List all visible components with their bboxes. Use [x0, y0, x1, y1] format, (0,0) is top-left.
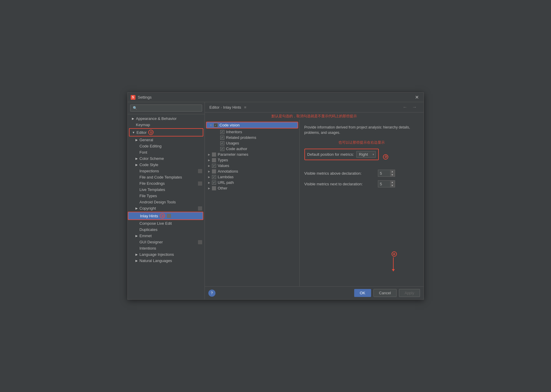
- sidebar-label: GUI Designer: [140, 240, 163, 244]
- inlay-item-label: Annotations: [218, 169, 238, 173]
- inlay-lambdas[interactable]: ▶ Lambdas: [205, 174, 299, 180]
- sidebar-label: File Encodings: [140, 181, 165, 186]
- sidebar-item-font[interactable]: ▶ Font: [128, 149, 205, 155]
- sidebar-item-natural-languages[interactable]: ▶ Natural Languages: [128, 258, 205, 264]
- inlay-item-label: Code author: [226, 147, 247, 151]
- checkbox-code-author[interactable]: [220, 147, 224, 151]
- sidebar-item-intentions[interactable]: ▶ Intentions: [128, 245, 205, 251]
- metrics-next-label: Visible metrics next to declaration:: [304, 182, 376, 186]
- circle-2: ②: [160, 213, 165, 219]
- circle-4: ④: [392, 251, 397, 257]
- inlay-annotations[interactable]: ▶ Annotations: [205, 168, 299, 174]
- sidebar-item-color-scheme[interactable]: ▶ Color Scheme: [128, 155, 205, 162]
- title-bar: S Settings ✕: [128, 93, 424, 102]
- sidebar-item-editor[interactable]: ▼ Editor ①: [129, 128, 203, 136]
- search-input[interactable]: [130, 105, 202, 112]
- sidebar-item-inspections[interactable]: ▶ Inspections: [128, 168, 205, 174]
- sidebar-label: Copyright: [140, 206, 156, 211]
- inlay-item-label: Values: [218, 163, 229, 168]
- checkbox-parameter-names[interactable]: [212, 152, 216, 157]
- sidebar-label: Keymap: [136, 123, 150, 127]
- inlay-values[interactable]: ▶ Values: [205, 163, 299, 168]
- sidebar-item-gui-designer[interactable]: ▶ GUI Designer: [128, 239, 205, 245]
- inlay-item-label: Types: [218, 158, 228, 162]
- spinner-down-2[interactable]: ▼: [390, 184, 395, 187]
- inlay-usages[interactable]: ▶ Usages: [205, 140, 299, 146]
- position-section: Default position for metrics: Right Left…: [304, 149, 419, 165]
- sidebar-item-android-design-tools[interactable]: ▶ Android Design Tools: [128, 199, 205, 205]
- expand-icon: ▶: [207, 181, 211, 185]
- sidebar-label: Compose Live Edit: [140, 221, 172, 226]
- sidebar-item-duplicates[interactable]: ▶ Duplicates: [128, 226, 205, 233]
- checkbox-usages[interactable]: [220, 141, 224, 145]
- checkbox-related-problems[interactable]: [220, 136, 224, 140]
- badge-icon: [198, 181, 202, 186]
- inlay-item-label: Parameter names: [218, 152, 248, 157]
- breadcrumb-current: Inlay Hints: [223, 105, 241, 110]
- inlay-item-label: Other: [218, 186, 228, 190]
- arrow-icon: ▶: [135, 207, 138, 210]
- position-label: Default position for metrics:: [307, 152, 354, 157]
- checkbox-types[interactable]: [212, 158, 216, 162]
- sidebar-item-inlay-hints[interactable]: ▶ Inlay Hints ②: [128, 212, 203, 220]
- help-button[interactable]: ?: [208, 290, 215, 297]
- inlay-other[interactable]: ▶ Other: [205, 185, 299, 191]
- cancel-button[interactable]: Cancel: [373, 289, 397, 297]
- close-button[interactable]: ✕: [413, 94, 421, 101]
- sidebar-item-keymap[interactable]: ▶ Keymap: [128, 122, 205, 128]
- window-title: Settings: [138, 95, 413, 99]
- back-button[interactable]: ←: [401, 104, 409, 110]
- badge-icon: [198, 206, 202, 211]
- inlay-types[interactable]: ▶ Types: [205, 157, 299, 163]
- sidebar-item-code-style[interactable]: ▶ Code Style: [128, 162, 205, 168]
- sidebar-item-copyright[interactable]: ▶ Copyright: [128, 205, 205, 211]
- inlay-related-problems[interactable]: ▶ Related problems: [205, 135, 299, 140]
- metrics-next-row: Visible metrics next to declaration: 5 ▲…: [304, 180, 419, 187]
- inlay-code-author[interactable]: ▶ Code author: [205, 146, 299, 152]
- sidebar-item-compose-live-edit[interactable]: ▶ Compose Live Edit: [128, 220, 205, 226]
- spinner-down[interactable]: ▼: [390, 173, 395, 176]
- ok-button[interactable]: OK: [354, 289, 371, 297]
- sidebar-label: Natural Languages: [140, 258, 172, 263]
- checkbox-code-vision[interactable]: [214, 123, 218, 127]
- forward-button[interactable]: →: [411, 104, 419, 110]
- circle-1: ①: [148, 130, 154, 135]
- metrics-next-spinner: 5 ▲ ▼: [378, 180, 395, 187]
- inlay-parameter-names[interactable]: ▶ Parameter names: [205, 152, 299, 157]
- sidebar-item-file-encodings[interactable]: ▶ File Encodings: [128, 180, 205, 187]
- spinner-up[interactable]: ▲: [390, 170, 395, 173]
- inlay-code-vision[interactable]: ▼ Code vision: [206, 122, 298, 128]
- checkbox-annotations[interactable]: [212, 169, 216, 173]
- spinner-up-2[interactable]: ▲: [390, 181, 395, 184]
- sidebar-label: Android Design Tools: [140, 200, 176, 204]
- inlay-inheritors[interactable]: ▶ Inheritors: [205, 129, 299, 135]
- metrics-above-input[interactable]: 5: [378, 170, 390, 176]
- sidebar-item-language-injections[interactable]: ▶ Language Injections: [128, 251, 205, 258]
- arrow-indicator: ④: [390, 251, 397, 271]
- metrics-above-row: Visible metrics above declaration: 5 ▲ ▼: [304, 170, 419, 177]
- badge-icon: [198, 169, 202, 173]
- apply-button[interactable]: Apply: [399, 289, 420, 297]
- checkbox-url-path[interactable]: [212, 181, 216, 185]
- sidebar-label: Language Injections: [140, 252, 174, 257]
- sidebar-tree: ▶ Appearance & Behavior ▶ Keymap ▼ Edito…: [128, 114, 205, 299]
- metrics-next-input[interactable]: 5: [378, 181, 390, 187]
- spinner-buttons: ▲ ▼: [390, 170, 395, 176]
- sidebar-item-emmet[interactable]: ▶ Emmet: [128, 233, 205, 239]
- checkbox-other[interactable]: [212, 186, 216, 190]
- checkbox-lambdas[interactable]: [212, 175, 216, 179]
- sidebar-label: Code Editing: [140, 144, 162, 148]
- sidebar-item-code-editing[interactable]: ▶ Code Editing: [128, 143, 205, 149]
- inlay-url-path[interactable]: ▶ URL path: [205, 180, 299, 185]
- main-layout: ▶ Appearance & Behavior ▶ Keymap ▼ Edito…: [128, 102, 424, 299]
- position-dropdown[interactable]: Right Left Inline: [356, 151, 376, 158]
- sidebar-item-file-types[interactable]: ▶ File Types: [128, 193, 205, 199]
- checkbox-inheritors[interactable]: [220, 130, 224, 134]
- breadcrumb: Editor › Inlay Hints ≡ ← →: [205, 102, 424, 113]
- sidebar-item-file-code-templates[interactable]: ▶ File and Code Templates: [128, 174, 205, 180]
- sidebar-item-live-templates[interactable]: ▶ Live Templates: [128, 187, 205, 193]
- sidebar-item-general[interactable]: ▶ General: [128, 137, 205, 143]
- sidebar-label: Inlay Hints: [140, 214, 158, 218]
- sidebar-item-appearance[interactable]: ▶ Appearance & Behavior: [128, 115, 205, 122]
- checkbox-values[interactable]: [212, 164, 216, 168]
